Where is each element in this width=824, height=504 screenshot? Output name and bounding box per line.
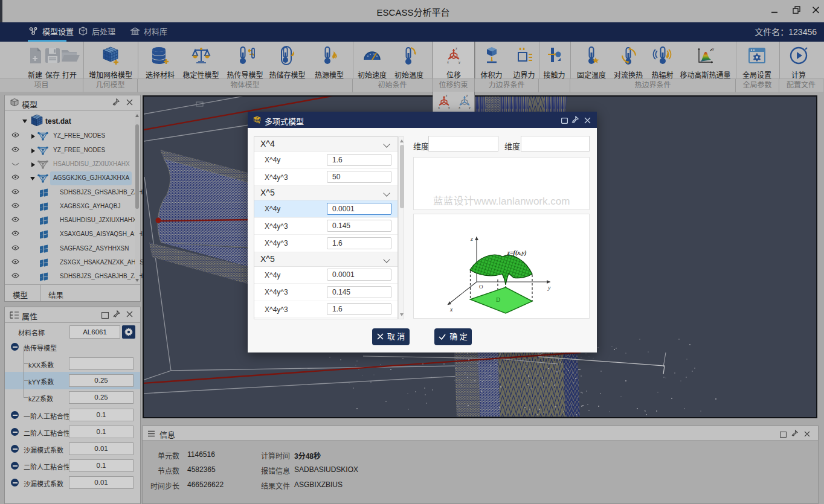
svg-text:x: x <box>449 306 453 313</box>
svg-text:O: O <box>479 284 483 290</box>
svg-text:z=f(x,y): z=f(x,y) <box>507 249 527 257</box>
svg-text:y: y <box>547 284 551 291</box>
svg-text:z: z <box>470 235 473 242</box>
svg-text:D: D <box>496 296 500 303</box>
